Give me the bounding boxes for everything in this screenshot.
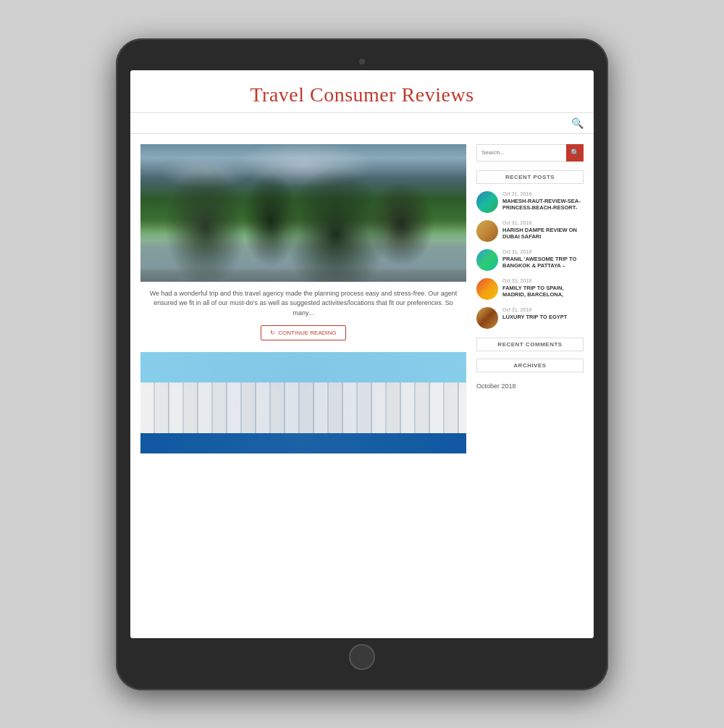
- recent-post-info-4: Oct 31, 2018 FAMILY TRIP TO SPAIN, MADRI…: [502, 278, 584, 299]
- recent-post-thumb-1: [476, 191, 498, 213]
- recent-post-info-1: Oct 31, 2018 MAHESH-RAUT-REVIEW-SEA-PRIN…: [502, 191, 584, 212]
- recent-post-info-5: Oct 31, 2018 LUXURY TRIP TO EGYPT: [502, 307, 584, 321]
- recent-comments-heading: RECENT COMMENTS: [476, 338, 584, 351]
- list-item[interactable]: Oct 31, 2018 FAMILY TRIP TO SPAIN, MADRI…: [476, 278, 584, 300]
- tablet-device: Travel Consumer Reviews 🔍 We had a wonde…: [116, 38, 608, 690]
- main-column: We had a wonderful trip and this travel …: [140, 144, 466, 466]
- archives-section: ARCHIVES October 2018: [476, 359, 584, 393]
- recent-post-date-1: Oct 31, 2018: [502, 191, 584, 196]
- archives-october-2018[interactable]: October 2018: [476, 380, 584, 393]
- recent-posts-list: Oct 31, 2018 MAHESH-RAUT-REVIEW-SEA-PRIN…: [476, 191, 584, 329]
- recent-post-info-2: Oct 31, 2018 HARISH DAMPE REVIEW ON DUBA…: [502, 220, 584, 241]
- site-title[interactable]: Travel Consumer Reviews: [138, 83, 586, 106]
- tablet-screen: Travel Consumer Reviews 🔍 We had a wonde…: [130, 70, 594, 638]
- recent-post-date-5: Oct 31, 2018: [502, 307, 584, 312]
- recent-post-thumb-2: [476, 220, 498, 242]
- continue-reading-wrapper: ↻ CONTINUE READING: [140, 325, 466, 340]
- post-article-1: We had a wonderful trip and this travel …: [140, 144, 466, 341]
- site-content: We had a wonderful trip and this travel …: [130, 134, 594, 476]
- thumb-spain-img: [476, 278, 498, 300]
- thumb-desert-img: [476, 220, 498, 242]
- thumb-city-img: [476, 249, 498, 271]
- recent-post-title-5[interactable]: LUXURY TRIP TO EGYPT: [502, 314, 584, 321]
- continue-label: CONTINUE READING: [278, 330, 336, 336]
- nav-search-icon[interactable]: 🔍: [571, 117, 584, 129]
- tablet-home-button[interactable]: [349, 644, 375, 670]
- list-item[interactable]: Oct 31, 2018 MAHESH-RAUT-REVIEW-SEA-PRIN…: [476, 191, 584, 213]
- recent-post-date-3: Oct 31, 2018: [502, 249, 584, 254]
- continue-icon: ↻: [270, 330, 275, 336]
- site-nav: 🔍: [130, 113, 594, 134]
- recent-post-thumb-4: [476, 278, 498, 300]
- continue-reading-button[interactable]: ↻ CONTINUE READING: [261, 325, 345, 340]
- sidebar: 🔍 RECENT POSTS Oct 31, 2018 MAHESH-RAUT-…: [476, 144, 584, 466]
- post-excerpt-1: We had a wonderful trip and this travel …: [140, 289, 466, 319]
- sidebar-search-button[interactable]: 🔍: [566, 144, 584, 162]
- tablet-camera: [359, 59, 365, 64]
- recent-post-thumb-3: [476, 249, 498, 271]
- recent-post-title-4[interactable]: FAMILY TRIP TO SPAIN, MADRID, BARCELONA,: [502, 285, 584, 299]
- post-image-mountain: [140, 144, 466, 282]
- thumb-ocean-img: [476, 191, 498, 213]
- site-header: Travel Consumer Reviews: [130, 70, 594, 113]
- recent-post-date-4: Oct 31, 2018: [502, 278, 584, 283]
- thumb-egypt-img: [476, 307, 498, 329]
- list-item[interactable]: Oct 31, 2018 HARISH DAMPE REVIEW ON DUBA…: [476, 220, 584, 242]
- sidebar-search-form: 🔍: [476, 144, 584, 162]
- post-image-town: [140, 352, 466, 453]
- site-wrapper[interactable]: Travel Consumer Reviews 🔍 We had a wonde…: [130, 70, 594, 638]
- recent-post-info-3: Oct 31, 2018 PRANIL 'AWESOME TRIP TO BAN…: [502, 249, 584, 270]
- recent-post-thumb-5: [476, 307, 498, 329]
- post-article-2: [140, 352, 466, 453]
- recent-comments-section: RECENT COMMENTS: [476, 338, 584, 351]
- recent-post-title-3[interactable]: PRANIL 'AWESOME TRIP TO BANGKOK & PATTAY…: [502, 256, 584, 270]
- recent-post-title-2[interactable]: HARISH DAMPE REVIEW ON DUBAI SAFARI: [502, 227, 584, 241]
- sidebar-search-input[interactable]: [476, 144, 566, 162]
- list-item[interactable]: Oct 31, 2018 PRANIL 'AWESOME TRIP TO BAN…: [476, 249, 584, 271]
- archives-heading: ARCHIVES: [476, 359, 584, 372]
- recent-post-date-2: Oct 31, 2018: [502, 220, 584, 225]
- list-item[interactable]: Oct 31, 2018 LUXURY TRIP TO EGYPT: [476, 307, 584, 329]
- recent-posts-heading: RECENT POSTS: [476, 170, 584, 184]
- recent-post-title-1[interactable]: MAHESH-RAUT-REVIEW-SEA-PRINCESS-BEACH-RE…: [502, 198, 584, 212]
